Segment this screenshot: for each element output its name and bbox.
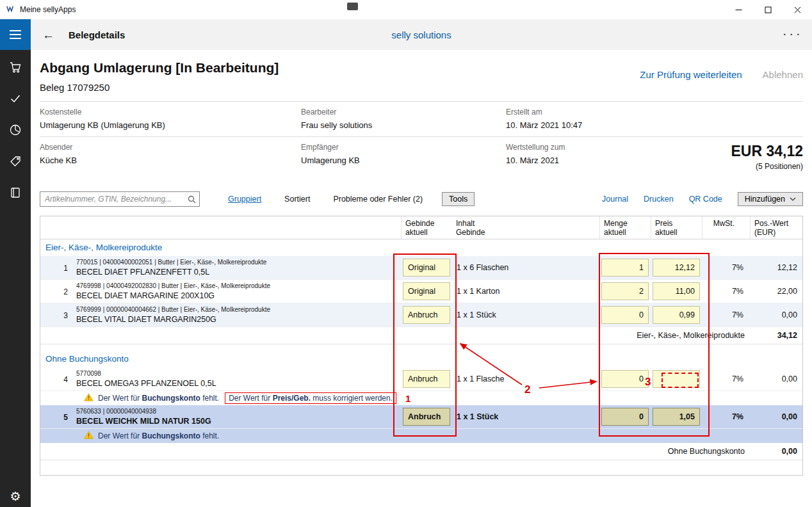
window-titlebar: Meine sellyApps <box>0 0 812 19</box>
wert-cell: 0,00 <box>750 367 802 390</box>
gebinde-field[interactable]: Original <box>403 282 450 300</box>
document-number: Beleg 17079250 <box>40 82 803 93</box>
warning-row: Der Wert für Buchungskonto fehlt. <box>40 429 802 443</box>
article-meta: 5770098 <box>76 370 401 377</box>
col-header-wert: Pos.-Wert(EUR) <box>750 216 802 239</box>
info-wertstellung: Wertstellung zum 10. März 2021 <box>506 143 717 171</box>
qr-code-link[interactable]: QR Code <box>689 195 722 204</box>
warning-text-highlighted: Der Wert für Preis/Geb. muss korrigiert … <box>225 392 396 404</box>
hamburger-menu-button[interactable] <box>0 19 31 50</box>
info-erstellt-am: Erstellt am 10. März 2021 10:47 <box>506 108 717 130</box>
check-icon <box>9 92 22 105</box>
mwst-cell: 7% <box>702 367 750 390</box>
subtotal-label: Ohne Buchungskonto <box>40 447 750 456</box>
article-meta: 4769998 | 04000492002830 | Butter | Eier… <box>76 282 401 289</box>
book-icon <box>9 186 22 199</box>
article-cell: 5769999 | 00000040004662 | Butter | Eier… <box>72 303 401 326</box>
close-button[interactable] <box>783 0 812 19</box>
article-name: BECEL OMEGA3 PFLANZENOEL 0,5L <box>76 379 401 388</box>
menge-cell: 0 <box>599 405 651 428</box>
gebinde-field[interactable]: Original <box>403 259 450 277</box>
info-absender: Absender Küche KB <box>40 143 301 171</box>
gebinde-cell: Anbruch <box>401 303 452 326</box>
article-meta: 770015 | 04000400002051 | Butter | Eier-… <box>76 259 401 266</box>
grouped-toggle[interactable]: Gruppiert <box>228 195 261 204</box>
menge-field[interactable]: 1 <box>601 259 649 277</box>
preis-field[interactable]: 0,99 <box>653 306 700 324</box>
pie-chart-icon <box>9 124 22 136</box>
sorted-toggle[interactable]: Sortiert <box>284 195 310 204</box>
search-icon[interactable] <box>188 195 196 205</box>
menge-field[interactable]: 0 <box>601 408 649 426</box>
cart-icon <box>9 61 22 74</box>
settings-button[interactable]: ⚙ <box>8 493 22 507</box>
gebinde-field[interactable]: Anbruch <box>403 370 450 388</box>
problems-filter[interactable]: Probleme oder Fehler (2) <box>333 195 423 204</box>
more-options-button[interactable]: · · · <box>783 29 800 40</box>
maximize-button[interactable] <box>753 0 783 19</box>
article-cell: 5760633 | 00000040004938 BECEL WEICHK MI… <box>72 405 401 428</box>
table-row[interactable]: 2 4769998 | 04000492002830 | Butter | Ei… <box>40 280 802 303</box>
menge-cell: 2 <box>599 280 651 303</box>
preis-field[interactable]: 12,12 <box>653 259 700 277</box>
tag-icon <box>9 155 22 168</box>
positions-table: Gebindeaktuell InhaltGebinde Mengeaktuel… <box>40 216 803 476</box>
forward-for-review-link[interactable]: Zur Prüfung weiterleiten <box>640 69 742 80</box>
group-subtotal-row: Ohne Buchungskonto 0,00 <box>40 443 802 460</box>
sidebar-item-cart[interactable] <box>8 60 22 74</box>
preis-field[interactable]: 1,05 <box>653 408 700 426</box>
table-row[interactable]: 1 770015 | 04000400002051 | Butter | Eie… <box>40 256 802 280</box>
col-header-menge: Mengeaktuell <box>599 216 651 239</box>
article-meta: 5769999 | 00000040004662 | Butter | Eier… <box>76 306 401 313</box>
sidebar-item-tasks[interactable] <box>8 92 22 106</box>
menge-field[interactable]: 2 <box>601 282 649 300</box>
minimize-button[interactable] <box>724 0 753 19</box>
gebinde-cell: Anbruch <box>401 405 452 428</box>
inhalt-cell: 1 x 1 Flasche <box>452 367 599 390</box>
warning-text: Der Wert für Buchungskonto fehlt. <box>98 394 219 403</box>
preis-cell: 11,00 <box>651 280 702 303</box>
app-icon <box>6 4 15 15</box>
subtotal-value: 34,12 <box>750 331 802 340</box>
sidebar-item-statistics[interactable] <box>8 123 22 137</box>
warning-icon <box>84 431 93 441</box>
preis-field[interactable] <box>653 370 700 388</box>
article-name: BECEL DIAET PFLANZENFETT 0,5L <box>76 268 401 277</box>
sidebar-item-journal[interactable] <box>8 186 22 200</box>
wert-cell: 22,00 <box>750 280 802 303</box>
row-number: 2 <box>40 280 72 303</box>
preis-field[interactable]: 11,00 <box>653 282 700 300</box>
subtotal-value: 0,00 <box>750 447 802 456</box>
app-header: ← Belegdetails selly solutions · · · <box>31 19 812 50</box>
wert-cell: 0,00 <box>750 405 802 428</box>
preis-cell: 12,12 <box>651 256 702 279</box>
back-button[interactable]: ← <box>42 29 54 41</box>
print-link[interactable]: Drucken <box>644 195 674 204</box>
tools-button[interactable]: Tools <box>442 192 475 206</box>
table-row[interactable]: 4 5770098 BECEL OMEGA3 PFLANZENOEL 0,5L … <box>40 367 802 391</box>
row-number: 5 <box>40 405 72 428</box>
gebinde-field[interactable]: Anbruch <box>403 408 450 426</box>
menge-cell: 0 <box>599 303 651 326</box>
search-input[interactable] <box>40 191 200 207</box>
reject-link[interactable]: Ablehnen <box>763 69 803 80</box>
table-row[interactable]: 3 5769999 | 00000040004662 | Butter | Ei… <box>40 303 802 327</box>
info-kostenstelle: Kostenstelle Umlagerung KB (Umlagerung K… <box>40 108 301 130</box>
menge-field[interactable]: 0 <box>601 370 649 388</box>
sidebar-item-prices[interactable] <box>8 154 22 168</box>
add-button[interactable]: Hinzufügen <box>738 192 803 206</box>
col-header-inhalt: InhaltGebinde <box>452 216 599 239</box>
table-row-selected[interactable]: 5 5760633 | 00000040004938 BECEL WEICHK … <box>40 405 802 429</box>
warning-text: Der Wert für Buchungskonto fehlt. <box>98 431 219 440</box>
annotation-label-1: 1 <box>405 393 410 404</box>
group-header: Eier-, Käse-, Molkereiprodukte <box>40 239 802 256</box>
gebinde-field[interactable]: Anbruch <box>403 306 450 324</box>
article-name: BECEL VITAL DIAET MARGARIN250G <box>76 315 401 324</box>
preis-cell: 1,05 <box>651 405 702 428</box>
menge-field[interactable]: 0 <box>601 306 649 324</box>
group-header: Ohne Buchungskonto <box>40 351 802 367</box>
gebinde-cell: Anbruch <box>401 367 452 390</box>
journal-link[interactable]: Journal <box>602 195 628 204</box>
inhalt-cell: 1 x 1 Stück <box>452 303 599 326</box>
inhalt-cell: 1 x 6 Flaschen <box>452 256 599 279</box>
